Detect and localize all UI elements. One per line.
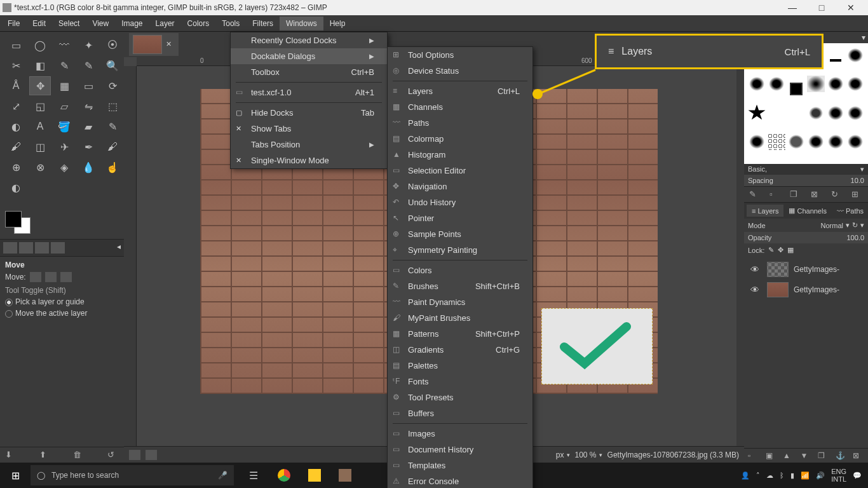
ink-tool-icon[interactable]: ✒ <box>78 137 99 156</box>
by-color-select-tool-icon[interactable]: ⦿ <box>102 36 123 55</box>
paintbrush-tool-icon[interactable]: 🖌 <box>5 137 27 156</box>
taskbar-search[interactable]: ◯ Type here to search 🎤 <box>31 465 234 485</box>
menu-edit[interactable]: Edit <box>26 17 52 30</box>
tray-language[interactable]: ENG INTL <box>831 468 846 483</box>
submenu-sample-points[interactable]: ⊕Sample Points <box>388 226 532 242</box>
paths-tool-icon[interactable]: ✎ <box>53 56 75 75</box>
right-dock-menu-icon[interactable]: ▾ <box>862 33 865 42</box>
submenu-mypaint-brushes[interactable]: 🖌MyPaint Brushes <box>388 310 532 326</box>
brush-item[interactable] <box>748 133 766 150</box>
smudge-tool-icon[interactable]: ☝ <box>102 158 123 177</box>
duplicate-layer-icon[interactable]: ❐ <box>818 451 829 460</box>
menu-single-window-mode[interactable]: ✕Single-Window Mode <box>231 152 387 168</box>
brush-item[interactable] <box>787 133 805 150</box>
submenu-layers[interactable]: ≡LayersCtrl+L <box>388 83 532 99</box>
layer-down-icon[interactable]: ▼ <box>801 451 812 460</box>
submenu-tool-presets[interactable]: ⚙Tool Presets <box>388 390 532 405</box>
ellipse-select-tool-icon[interactable]: ◯ <box>29 36 51 55</box>
close-button[interactable]: ✕ <box>836 0 865 15</box>
task-view-icon[interactable]: ☰ <box>239 463 268 488</box>
tray-people-icon[interactable]: 👤 <box>741 471 750 480</box>
align-tool-icon[interactable]: ▦ <box>53 76 75 95</box>
menu-view[interactable]: View <box>86 17 115 30</box>
opacity-row[interactable]: Opacity 100.0 <box>744 232 868 243</box>
menu-windows[interactable]: Windows <box>280 17 323 30</box>
submenu-document-history[interactable]: ▭Document History <box>388 442 532 458</box>
taskbar-gimp-icon[interactable] <box>330 463 360 488</box>
minimize-button[interactable]: — <box>778 0 807 15</box>
fuzzy-select-tool-icon[interactable]: ✦ <box>78 36 99 55</box>
submenu-selection-editor[interactable]: ▭Selection Editor <box>388 163 532 179</box>
brush-item[interactable] <box>846 105 864 121</box>
brush-item[interactable] <box>827 133 844 150</box>
brush-item[interactable] <box>807 105 825 121</box>
tab-close-icon[interactable]: ✕ <box>166 40 175 49</box>
lock-alpha-icon[interactable]: ▦ <box>787 246 794 254</box>
layer-visibility-icon[interactable]: 👁 <box>750 264 762 274</box>
brush-item[interactable] <box>846 47 864 64</box>
switch-mode-icon[interactable]: ↻ <box>852 221 858 229</box>
menu-dockable-dialogs[interactable]: Dockable Dialogs▶ <box>231 48 387 64</box>
brush-item[interactable] <box>807 76 825 92</box>
tray-chevron-up-icon[interactable]: ˄ <box>756 471 760 480</box>
status-cancel-icon[interactable] <box>146 450 157 460</box>
brush-item[interactable] <box>768 76 785 92</box>
tray-volume-icon[interactable]: 🔊 <box>816 471 825 480</box>
brush-spacing-row[interactable]: Spacing 10.0 <box>744 175 868 186</box>
measure-tool-icon[interactable]: Å <box>5 76 27 95</box>
open-brush-icon[interactable]: ⊞ <box>851 189 863 200</box>
submenu-brushes[interactable]: ✎BrushesShift+Ctrl+B <box>388 278 532 294</box>
tray-battery-icon[interactable]: ▮ <box>790 471 794 480</box>
submenu-images[interactable]: ▭Images <box>388 426 532 442</box>
checkmark-layer[interactable] <box>541 308 653 384</box>
text-tool-icon[interactable]: A <box>29 117 51 136</box>
brush-item[interactable] <box>807 133 825 150</box>
blend-mode-select[interactable]: Normal <box>821 222 843 229</box>
dodge-burn-tool-icon[interactable]: ◐ <box>5 178 27 197</box>
menu-show-tabs[interactable]: ✕Show Tabs <box>231 121 387 137</box>
delete-layer-icon[interactable]: ⊠ <box>853 451 864 460</box>
menu-filters[interactable]: Filters <box>246 17 280 30</box>
tab-paths[interactable]: 〰Paths <box>832 205 868 217</box>
menu-file[interactable]: File <box>1 17 26 30</box>
radio-move-active[interactable] <box>5 310 13 318</box>
layer-item[interactable]: 👁 GettyImages- <box>747 280 865 300</box>
gradient-tool-icon[interactable]: ▰ <box>78 117 99 136</box>
brush-item[interactable] <box>768 133 785 150</box>
color-swatch[interactable] <box>5 207 37 233</box>
foreground-color[interactable] <box>5 211 22 227</box>
duplicate-brush-icon[interactable]: ❐ <box>790 189 801 200</box>
brush-item[interactable] <box>748 105 766 121</box>
chevron-down-icon[interactable]: ▾ <box>846 221 850 229</box>
move-layer-icon[interactable] <box>30 272 41 282</box>
flip-tool-icon[interactable]: ⇋ <box>78 97 99 116</box>
brush-item-selected[interactable] <box>791 84 801 94</box>
reset-icon[interactable]: ↺ <box>107 450 119 460</box>
tab-icon[interactable] <box>35 242 49 254</box>
layer-name[interactable]: GettyImages- <box>794 285 839 294</box>
restore-preset-icon[interactable]: ⬆ <box>39 450 51 460</box>
unit-selector[interactable]: px▾ <box>556 451 570 459</box>
submenu-colormap[interactable]: ▤Colormap <box>388 131 532 147</box>
tab-icon[interactable] <box>3 242 17 254</box>
pencil-tool-icon[interactable]: ✎ <box>102 117 123 136</box>
perspective-tool-icon[interactable]: ▱ <box>53 97 75 116</box>
status-warn-icon[interactable] <box>129 450 140 460</box>
cage-tool-icon[interactable]: ⬚ <box>102 97 123 116</box>
clone-tool-icon[interactable]: ⊕ <box>5 158 27 177</box>
layer-name[interactable]: GettyImages- <box>794 265 839 274</box>
menu-tools[interactable]: Tools <box>215 17 246 30</box>
tab-icon[interactable] <box>51 242 65 254</box>
tray-bluetooth-icon[interactable]: ᛒ <box>780 471 784 479</box>
submenu-undo-history[interactable]: ↶Undo History <box>388 194 532 210</box>
brush-item[interactable] <box>846 133 864 150</box>
submenu-channels[interactable]: ▦Channels <box>388 99 532 115</box>
submenu-patterns[interactable]: ▦PatternsShift+Ctrl+P <box>388 326 532 342</box>
brush-item[interactable] <box>830 59 841 62</box>
anchor-layer-icon[interactable]: ⚓ <box>836 451 847 460</box>
zoom-tool-icon[interactable]: 🔍 <box>102 56 123 75</box>
new-brush-icon[interactable]: ▫ <box>770 189 781 200</box>
layer-up-icon[interactable]: ▲ <box>783 451 794 460</box>
brush-item[interactable] <box>787 105 805 121</box>
submenu-paint-dynamics[interactable]: 〰Paint Dynamics <box>388 294 532 310</box>
